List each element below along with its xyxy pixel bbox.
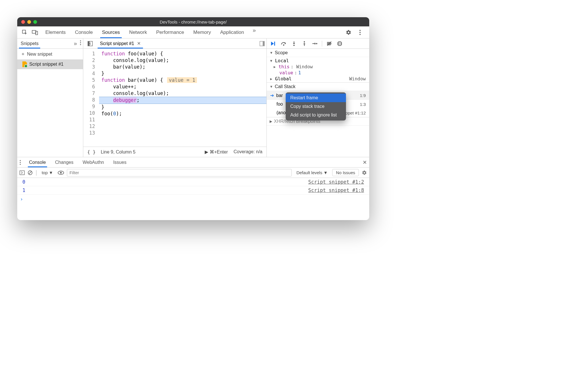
- tab-application[interactable]: Application: [220, 27, 245, 38]
- plus-icon: ＋: [21, 51, 25, 57]
- svg-point-8: [80, 44, 81, 45]
- menu-restart-frame[interactable]: Restart frame: [286, 94, 346, 102]
- editor-tab-label: Script snippet #1: [100, 41, 134, 46]
- console-settings-icon[interactable]: [362, 170, 367, 175]
- tab-network[interactable]: Network: [129, 27, 148, 38]
- pretty-print-icon[interactable]: { }: [87, 149, 96, 155]
- toggle-debugger-icon[interactable]: [260, 41, 265, 46]
- deactivate-breakpoints-button[interactable]: [325, 40, 334, 48]
- close-tab-icon[interactable]: ✕: [137, 41, 141, 46]
- log-source-link[interactable]: Script snippet #1:8: [308, 187, 364, 193]
- inline-value-hint: value = 1: [167, 77, 197, 83]
- current-exec-line: debugger;: [99, 97, 266, 104]
- debugger-pane: ▼ Scope ▼ Local ▶ this: Window value:1 ▶…: [266, 38, 369, 157]
- console-output: 0 Script snippet #1:2 1 Script snippet #…: [17, 178, 369, 220]
- svg-rect-12: [263, 41, 264, 46]
- log-row[interactable]: 0 Script snippet #1:2: [17, 178, 369, 186]
- kebab-menu-icon[interactable]: [356, 28, 364, 37]
- svg-point-15: [293, 44, 295, 46]
- drawer-tab-issues[interactable]: Issues: [112, 158, 127, 167]
- sidebar-menu-icon[interactable]: [80, 40, 81, 47]
- scope-body: ▼ Local ▶ this: Window value:1 ▶ GlobalW…: [267, 57, 369, 82]
- resume-button[interactable]: [269, 40, 278, 48]
- editor-tab[interactable]: Script snippet #1 ✕: [98, 39, 143, 48]
- snippet-file-icon: [22, 61, 27, 67]
- scope-header[interactable]: ▼ Scope: [267, 49, 369, 57]
- console-filter-input[interactable]: [67, 169, 292, 176]
- svg-rect-19: [339, 42, 340, 45]
- titlebar: DevTools - chrome://new-tab-page/: [17, 17, 369, 26]
- step-out-button[interactable]: [300, 40, 309, 48]
- svg-point-22: [20, 162, 21, 163]
- navigator-sidebar: Snippets » ＋ New snippet Script snippet …: [17, 38, 83, 157]
- editor-pane: Script snippet #1 ✕ 12345678910111213 fu…: [83, 38, 266, 157]
- svg-point-5: [359, 34, 361, 35]
- debug-toolbar: [267, 38, 369, 49]
- svg-point-14: [283, 44, 284, 45]
- svg-rect-10: [88, 41, 90, 46]
- run-snippet-button[interactable]: ▶ ⌘+Enter: [205, 149, 228, 155]
- main-tabs: Elements Console Sources Network Perform…: [45, 27, 343, 38]
- clear-console-icon[interactable]: [28, 170, 33, 175]
- new-snippet-button[interactable]: ＋ New snippet: [17, 49, 83, 59]
- console-prompt[interactable]: ›: [17, 195, 369, 204]
- tab-performance[interactable]: Performance: [156, 27, 185, 38]
- svg-point-21: [20, 160, 21, 161]
- cursor-position: Line 9, Column 5: [101, 150, 136, 155]
- console-sidebar-toggle-icon[interactable]: [20, 170, 25, 175]
- snippet-item-label: Script snippet #1: [29, 62, 63, 67]
- sidebar-tab-snippets[interactable]: Snippets: [19, 39, 40, 48]
- snippet-item[interactable]: Script snippet #1: [17, 59, 83, 69]
- svg-point-6: [80, 40, 81, 42]
- svg-rect-20: [340, 42, 341, 45]
- line-gutter: 12345678910111213: [83, 49, 99, 147]
- svg-point-4: [359, 32, 361, 33]
- pause-on-exceptions-button[interactable]: [335, 40, 344, 48]
- code-editor[interactable]: 12345678910111213 function foo(value) { …: [83, 49, 266, 147]
- svg-point-16: [304, 41, 305, 42]
- callstack-header[interactable]: ▼ Call Stack: [267, 82, 369, 91]
- log-source-link[interactable]: Script snippet #1:2: [308, 179, 364, 185]
- coverage-status: Coverage: n/a: [233, 149, 262, 155]
- live-expression-icon[interactable]: [58, 171, 64, 175]
- step-over-button[interactable]: [279, 40, 288, 48]
- inspect-element-icon[interactable]: [20, 28, 29, 37]
- sidebar-more-icon[interactable]: »: [74, 40, 77, 47]
- device-toggle-icon[interactable]: [31, 28, 39, 37]
- svg-point-17: [316, 43, 317, 44]
- current-frame-icon: ➔: [270, 93, 274, 98]
- svg-rect-1: [32, 30, 36, 33]
- menu-add-ignore-list[interactable]: Add script to ignore list: [286, 111, 346, 119]
- svg-point-28: [60, 172, 62, 174]
- drawer-menu-icon[interactable]: [20, 160, 21, 165]
- triangle-down-icon: ▼: [270, 51, 273, 55]
- svg-rect-13: [274, 42, 275, 46]
- step-into-button[interactable]: [290, 40, 298, 48]
- tab-memory[interactable]: Memory: [193, 27, 211, 38]
- drawer: Console Changes WebAuthn Issues ✕ | top …: [17, 157, 369, 220]
- settings-icon[interactable]: [344, 28, 353, 37]
- no-issues-button[interactable]: No Issues: [332, 169, 359, 176]
- log-row[interactable]: 1 Script snippet #1:8: [17, 186, 369, 195]
- svg-point-23: [20, 164, 21, 165]
- menu-copy-stack-trace[interactable]: Copy stack trace: [286, 102, 346, 111]
- more-tabs-icon[interactable]: »: [253, 27, 256, 38]
- devtools-window: DevTools - chrome://new-tab-page/ Elemen…: [17, 17, 369, 220]
- new-snippet-label: New snippet: [27, 52, 52, 57]
- toggle-navigator-icon[interactable]: [86, 39, 94, 48]
- svg-point-7: [80, 42, 81, 43]
- editor-status-bar: { } Line 9, Column 5 ▶ ⌘+Enter Coverage:…: [83, 147, 266, 157]
- drawer-tab-changes[interactable]: Changes: [54, 158, 75, 167]
- log-levels-selector[interactable]: Default levels ▼: [295, 169, 329, 176]
- context-selector[interactable]: top ▼: [40, 169, 55, 176]
- tab-console[interactable]: Console: [74, 27, 93, 38]
- tab-elements[interactable]: Elements: [45, 27, 66, 38]
- step-button[interactable]: [310, 40, 319, 48]
- window-title: DevTools - chrome://new-tab-page/: [17, 20, 369, 24]
- drawer-close-icon[interactable]: ✕: [363, 159, 367, 166]
- context-menu: Restart frame Copy stack trace Add scrip…: [286, 92, 346, 121]
- tab-sources[interactable]: Sources: [101, 27, 120, 38]
- drawer-tab-webauthn[interactable]: WebAuthn: [82, 158, 105, 167]
- svg-point-3: [359, 30, 361, 31]
- drawer-tab-console[interactable]: Console: [28, 158, 47, 167]
